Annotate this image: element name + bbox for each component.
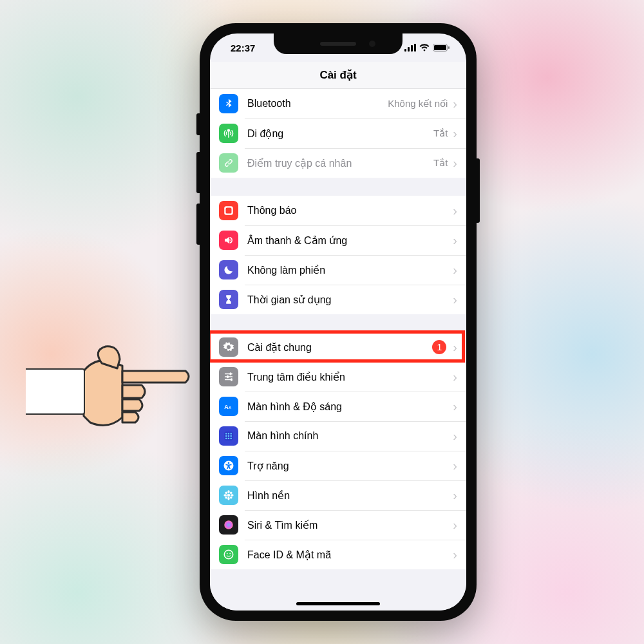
svg-point-27 — [231, 494, 234, 496]
settings-list[interactable]: BluetoothKhông kết nối›Di độngTắt›Điểm t… — [210, 89, 466, 611]
settings-row-hotspot[interactable]: Điểm truy cập cá nhânTắt› — [210, 148, 466, 178]
row-label: Di động — [247, 128, 433, 140]
chevron-right-icon: › — [453, 518, 457, 531]
notification-badge: 1 — [432, 340, 446, 354]
svg-rect-19 — [228, 438, 229, 439]
settings-row-notifications[interactable]: Thông báo› — [210, 196, 466, 225]
row-label: Thời gian sử dụng — [247, 294, 453, 306]
svg-point-33 — [224, 550, 233, 559]
svg-rect-18 — [225, 438, 227, 439]
phone-frame: 22:37 Cài đặt BluetoothKhông kết nối›Di … — [200, 23, 477, 621]
wifi-icon — [419, 43, 430, 53]
svg-rect-0 — [404, 49, 406, 52]
svg-point-23 — [227, 494, 231, 497]
svg-rect-17 — [231, 435, 232, 437]
screen: 22:37 Cài đặt BluetoothKhông kết nối›Di … — [210, 33, 466, 611]
chevron-right-icon: › — [453, 370, 457, 383]
svg-point-32 — [224, 520, 233, 529]
svg-point-29 — [230, 491, 232, 494]
chevron-right-icon: › — [453, 548, 457, 561]
bell-square-icon — [219, 201, 238, 220]
settings-row-siri[interactable]: Siri & Tìm kiếm› — [210, 510, 466, 540]
row-label: Không làm phiền — [247, 264, 453, 276]
settings-row-bluetooth[interactable]: BluetoothKhông kết nối› — [210, 89, 466, 118]
svg-rect-1 — [408, 47, 410, 52]
settings-row-screentime[interactable]: Thời gian sử dụng› — [210, 285, 466, 314]
accessibility-icon — [219, 456, 238, 475]
settings-group: Cài đặt chung1›Trung tâm điều khiển›AAMà… — [210, 332, 466, 569]
settings-row-controlcenter[interactable]: Trung tâm điều khiển› — [210, 362, 466, 392]
svg-text:A: A — [224, 404, 229, 410]
home-indicator[interactable] — [296, 602, 380, 605]
moon-icon — [219, 260, 238, 279]
settings-row-general[interactable]: Cài đặt chung1› — [210, 332, 466, 362]
settings-row-display[interactable]: AAMàn hình & Độ sáng› — [210, 392, 466, 421]
notch — [274, 33, 402, 54]
svg-point-30 — [225, 497, 227, 499]
hourglass-icon — [219, 290, 238, 309]
svg-rect-15 — [225, 435, 227, 437]
svg-rect-2 — [411, 45, 413, 52]
chevron-right-icon: › — [453, 263, 457, 276]
page-title: Cài đặt — [210, 62, 466, 89]
settings-row-wallpaper[interactable]: Hình nền› — [210, 480, 466, 510]
svg-point-35 — [229, 553, 231, 554]
antenna-icon — [219, 124, 238, 143]
row-value: Tắt — [433, 157, 448, 169]
svg-point-34 — [227, 553, 228, 554]
row-label: Siri & Tìm kiếm — [247, 519, 453, 531]
chevron-right-icon: › — [453, 204, 457, 217]
svg-rect-13 — [228, 433, 229, 434]
settings-row-homescreen[interactable]: Màn hình chính› — [210, 421, 466, 451]
settings-row-accessibility[interactable]: Trợ năng› — [210, 451, 466, 480]
siri-icon — [219, 515, 238, 535]
chevron-right-icon: › — [453, 400, 457, 413]
row-label: Màn hình chính — [247, 430, 453, 442]
settings-row-sounds[interactable]: Âm thanh & Cảm ứng› — [210, 225, 466, 255]
face-icon — [219, 545, 238, 564]
row-value: Tắt — [433, 128, 448, 139]
svg-rect-14 — [231, 433, 232, 434]
settings-group: Thông báo›Âm thanh & Cảm ứng›Không làm p… — [210, 196, 466, 314]
sliders-icon — [219, 367, 238, 386]
row-label: Âm thanh & Cảm ứng — [247, 234, 453, 247]
link-icon — [219, 153, 238, 173]
row-label: Màn hình & Độ sáng — [247, 401, 453, 413]
chevron-right-icon: › — [453, 127, 457, 140]
battery-icon — [433, 43, 450, 53]
svg-point-31 — [230, 497, 232, 499]
row-label: Hình nền — [247, 489, 453, 502]
svg-rect-20 — [231, 438, 232, 439]
svg-point-25 — [227, 497, 229, 500]
settings-group: BluetoothKhông kết nối›Di độngTắt›Điểm t… — [210, 89, 466, 178]
svg-rect-3 — [414, 44, 416, 52]
row-label: Điểm truy cập cá nhân — [247, 157, 433, 169]
bluetooth-icon — [219, 94, 238, 113]
chevron-right-icon: › — [453, 489, 457, 502]
signal-icon — [404, 43, 416, 53]
speaker-icon — [219, 231, 238, 250]
text-size-icon: AA — [219, 397, 238, 416]
svg-point-26 — [223, 494, 227, 496]
chevron-right-icon: › — [453, 341, 457, 354]
gear-icon — [219, 337, 238, 357]
svg-rect-5 — [434, 45, 446, 50]
row-label: Trung tâm điều khiển — [247, 371, 453, 383]
svg-rect-12 — [225, 433, 227, 434]
svg-point-22 — [228, 462, 230, 464]
pointing-hand-illustration — [26, 340, 193, 446]
chevron-right-icon: › — [453, 234, 457, 247]
svg-point-28 — [225, 491, 227, 494]
chevron-right-icon: › — [453, 430, 457, 442]
settings-row-dnd[interactable]: Không làm phiền› — [210, 255, 466, 285]
settings-row-cellular[interactable]: Di độngTắt› — [210, 118, 466, 148]
row-label: Bluetooth — [247, 98, 388, 109]
chevron-right-icon: › — [453, 156, 457, 169]
row-label: Trợ năng — [247, 460, 453, 472]
svg-rect-8 — [226, 208, 232, 214]
svg-point-24 — [227, 490, 229, 493]
row-value: Không kết nối — [388, 98, 448, 109]
row-label: Cài đặt chung — [247, 341, 432, 354]
flower-icon — [219, 486, 238, 505]
settings-row-faceid[interactable]: Face ID & Mật mã› — [210, 540, 466, 569]
